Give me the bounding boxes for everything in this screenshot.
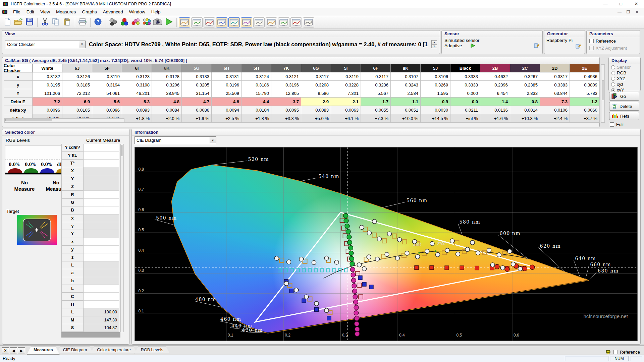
column-header-6I[interactable]: 6I xyxy=(122,64,152,72)
table-cell[interactable]: 0.0063 xyxy=(331,106,361,114)
table-cell[interactable]: 5.3 xyxy=(122,98,152,106)
run-measure-button[interactable] xyxy=(163,17,174,27)
column-header-6J[interactable]: 6J xyxy=(62,64,92,72)
measure-row-value[interactable] xyxy=(84,222,119,230)
table-cell[interactable]: +3.3 % xyxy=(271,114,301,123)
mdi-restore-icon[interactable]: ❐ xyxy=(625,9,632,15)
view-nearblack-button[interactable] xyxy=(216,17,227,27)
column-header-2C[interactable]: 2C xyxy=(510,64,540,72)
table-cell[interactable]: +7.3 % xyxy=(361,114,391,123)
table-cell[interactable]: 0.3124 xyxy=(241,72,271,81)
edit-checkbox-box[interactable] xyxy=(610,122,614,127)
column-header-6F[interactable]: 6F xyxy=(361,64,391,72)
table-cell[interactable]: 0.000 xyxy=(450,89,480,98)
open-folder-button[interactable] xyxy=(13,17,24,27)
sensor-configure-icon[interactable] xyxy=(534,43,540,48)
table-cell[interactable]: 0.3131 xyxy=(212,72,241,81)
table-cell[interactable]: 1.595 xyxy=(421,89,450,98)
table-cell[interactable]: 5.783 xyxy=(570,89,600,98)
close-button[interactable]: ✕ xyxy=(629,0,644,8)
table-cell[interactable]: 0.3269 xyxy=(421,81,450,89)
table-cell[interactable]: 0.3196 xyxy=(271,81,301,89)
table-cell[interactable]: 0.3205 xyxy=(182,81,212,89)
target-thumbnail[interactable] xyxy=(17,215,57,245)
measure-row-value[interactable] xyxy=(84,183,119,191)
view-color-temp-button[interactable] xyxy=(253,17,265,27)
table-cell[interactable]: 0.0030 xyxy=(421,106,450,114)
measure-row-value[interactable] xyxy=(84,175,119,183)
checkbox-box[interactable] xyxy=(589,39,594,43)
measure-row-value[interactable] xyxy=(84,269,119,277)
table-cell[interactable]: +14.5 % xyxy=(421,114,450,123)
table-v-scrollbar[interactable] xyxy=(601,64,605,123)
mdi-close-icon[interactable]: ✕ xyxy=(633,9,641,15)
table-cell[interactable]: 0.3119 xyxy=(92,72,122,81)
measure-row-value[interactable] xyxy=(84,167,119,175)
table-cell[interactable]: 31.154 xyxy=(182,89,212,98)
table-cell[interactable]: +5.0 % xyxy=(301,114,331,123)
table-cell[interactable]: 0.3206 xyxy=(152,81,182,89)
table-cell[interactable]: 0.4936 xyxy=(570,72,600,81)
new-document-button[interactable] xyxy=(2,17,13,27)
table-cell[interactable]: 3.7 xyxy=(271,98,301,106)
table-cell[interactable]: 0.3119 xyxy=(331,72,361,81)
measure-row-value[interactable] xyxy=(84,301,119,308)
column-header-6G[interactable]: 6G xyxy=(301,64,331,72)
table-cell[interactable]: 6.9 xyxy=(62,98,92,106)
measure-row-value[interactable] xyxy=(84,230,119,238)
tab-next-button[interactable]: ▶ xyxy=(18,347,25,354)
table-cell[interactable]: 1.4 xyxy=(480,98,510,106)
view-selector[interactable]: Color Checker ▼ xyxy=(5,41,86,48)
table-cell[interactable]: 72.212 xyxy=(62,89,92,98)
copy-button[interactable] xyxy=(51,17,61,27)
table-cell[interactable]: 9.586 xyxy=(301,89,331,98)
menu-graphs[interactable]: Graphs xyxy=(79,8,100,15)
reference-checkbox-box[interactable] xyxy=(613,350,618,354)
table-cell[interactable]: 0.2396 xyxy=(480,81,510,89)
table-cell[interactable]: +2.5 % xyxy=(212,114,241,123)
column-header-6K[interactable]: 6K xyxy=(152,64,182,72)
print-button[interactable] xyxy=(77,17,88,27)
table-cell[interactable]: 0.0055 xyxy=(361,106,391,114)
menu-advanced[interactable]: Advanced xyxy=(100,8,126,15)
table-cell[interactable]: +10.0 % xyxy=(391,114,421,123)
info-spinner[interactable]: ▲▼ xyxy=(431,40,437,48)
column-header-2B[interactable]: 2B xyxy=(480,64,510,72)
table-cell[interactable]: 0.0106 xyxy=(540,106,570,114)
measure-row-value[interactable] xyxy=(84,238,119,246)
view-cie-diagram-button[interactable] xyxy=(266,17,277,27)
table-cell[interactable]: 0.3194 xyxy=(92,81,122,89)
view-nearwhite-button[interactable] xyxy=(228,17,240,27)
measure-row-value[interactable]: 147.30 xyxy=(84,316,119,324)
table-cell[interactable]: 0.0084 xyxy=(152,106,182,114)
table-cell[interactable]: 0.3132 xyxy=(33,72,62,81)
table-cell[interactable]: 4.8 xyxy=(152,98,182,106)
generator-configure-icon[interactable] xyxy=(575,44,581,49)
table-cell[interactable]: 1.2 xyxy=(570,98,600,106)
table-cell[interactable]: 38.945 xyxy=(152,89,182,98)
rgb-balls-button[interactable] xyxy=(119,17,130,27)
table-cell[interactable]: 0.3106 xyxy=(421,72,450,81)
table-cell[interactable]: 0.3333 xyxy=(450,81,480,89)
table-cell[interactable]: 0.8 xyxy=(510,98,540,106)
table-cell[interactable]: 0.0014 xyxy=(510,106,540,114)
column-header-2E[interactable]: 2E xyxy=(570,64,600,72)
table-cell[interactable]: +3.7 % xyxy=(570,114,600,123)
table-cell[interactable]: 0.0083 xyxy=(301,106,331,114)
menu-file[interactable]: File xyxy=(10,8,23,15)
table-cell[interactable]: 0.3196 xyxy=(212,81,241,89)
menu-measures[interactable]: Measures xyxy=(53,8,79,15)
view-gamma-button[interactable] xyxy=(191,17,203,27)
table-cell[interactable]: 63.844 xyxy=(540,89,570,98)
table-cell[interactable]: 0.0093 xyxy=(122,106,152,114)
view-history-button[interactable] xyxy=(290,17,302,27)
information-selector[interactable]: CIE Diagram ▼ xyxy=(135,136,216,144)
tray-icon[interactable] xyxy=(605,350,611,355)
view-spectrum-button[interactable] xyxy=(278,17,289,27)
table-cell[interactable]: 1.1 xyxy=(391,98,421,106)
table-cell[interactable]: 5.6 xyxy=(92,98,122,106)
table-cell[interactable]: 0.3267 xyxy=(510,72,540,81)
tab-prev-button[interactable]: ◀ xyxy=(10,347,17,354)
table-cell[interactable]: 0.0086 xyxy=(182,106,212,114)
reference-checkbox[interactable]: Reference xyxy=(589,39,637,44)
